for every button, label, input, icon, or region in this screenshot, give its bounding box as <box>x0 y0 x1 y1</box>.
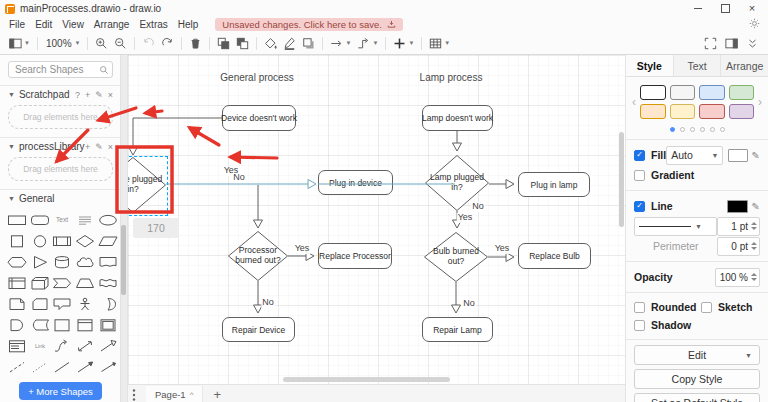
swatch-next-icon[interactable]: › <box>756 95 764 109</box>
shape-cylinder[interactable] <box>51 252 74 271</box>
tab-style[interactable]: Style <box>626 55 674 76</box>
shapes-panel-scrollbar[interactable] <box>120 55 127 402</box>
node-repair-device[interactable]: Repair Device <box>222 317 295 342</box>
shape-list[interactable] <box>6 337 29 356</box>
diagram-edges[interactable] <box>128 55 625 384</box>
shape-cube[interactable] <box>29 273 52 292</box>
connection-button[interactable]: ▼ <box>327 35 354 52</box>
minimize-button[interactable] <box>692 3 704 14</box>
menu-extras[interactable]: Extras <box>134 19 172 30</box>
process-library-close-icon[interactable]: × <box>108 142 113 152</box>
style-swatch-5[interactable] <box>670 104 696 119</box>
opacity-stepper[interactable]: 100 % <box>715 268 760 287</box>
menu-arrange[interactable]: Arrange <box>89 19 135 30</box>
redo-button[interactable] <box>158 35 177 52</box>
node-device-plugged-in[interactable]: Device plugged in? <box>128 157 166 213</box>
shape-callout[interactable] <box>51 295 74 314</box>
node-lamp-doesnt-work[interactable]: Lamp doesn't work <box>422 105 493 131</box>
fill-color-swatch[interactable] <box>728 149 747 162</box>
shape-diamond[interactable] <box>74 231 97 250</box>
line-color-button[interactable] <box>280 35 299 52</box>
shape-dotted-line[interactable] <box>29 358 52 377</box>
add-page-button[interactable]: + <box>213 389 221 401</box>
node-replace-bulb[interactable]: Replace Bulb <box>518 243 591 269</box>
undo-button[interactable] <box>139 35 158 52</box>
shape-dashed-line[interactable] <box>6 358 29 377</box>
style-swatch-7[interactable] <box>729 104 755 119</box>
fill-edit-icon[interactable]: ✎ <box>752 150 760 161</box>
menu-view[interactable]: View <box>57 19 89 30</box>
node-plug-in-lamp[interactable]: Plug in lamp <box>518 172 590 197</box>
node-processor-burned-out[interactable]: Processor burned out? <box>228 231 288 281</box>
style-swatch-6[interactable] <box>699 104 725 119</box>
copy-style-button[interactable]: Copy Style <box>634 369 760 389</box>
swatch-page-dot-5[interactable] <box>720 127 725 132</box>
shape-textbox[interactable] <box>74 210 97 229</box>
shape-cloud[interactable] <box>74 252 97 271</box>
swatch-page-dot-1[interactable] <box>680 127 685 132</box>
view-panel-button[interactable]: ▼ <box>6 35 33 52</box>
scratchpad-add-icon[interactable]: + <box>85 90 90 100</box>
shape-hexagon[interactable] <box>6 252 29 271</box>
gradient-checkbox[interactable] <box>634 170 645 181</box>
shape-bidirectional-arrow[interactable] <box>74 337 97 356</box>
shape-tape[interactable] <box>96 273 119 292</box>
shape-circle[interactable] <box>29 231 52 250</box>
swatch-page-dot-3[interactable] <box>700 127 705 132</box>
shadow-checkbox[interactable] <box>634 320 645 331</box>
fill-mode-select[interactable]: Auto ▼ <box>666 146 723 165</box>
line-color-swatch[interactable] <box>727 200 748 213</box>
shape-double-rectangle[interactable] <box>96 316 119 335</box>
process-library-drop-area[interactable]: Drag elements here <box>8 157 113 181</box>
tab-arrange[interactable]: Arrange <box>721 55 768 76</box>
shadow-button[interactable] <box>299 35 318 52</box>
rounded-checkbox[interactable] <box>634 302 645 313</box>
close-button[interactable]: × <box>746 3 758 14</box>
shape-actor[interactable] <box>74 295 97 314</box>
tab-text[interactable]: Text <box>674 55 722 76</box>
set-default-style-button[interactable]: Set as Default Style <box>634 393 760 402</box>
unsaved-banner[interactable]: Unsaved changes. Click here to save. <box>215 18 402 31</box>
menu-file[interactable]: File <box>4 19 30 30</box>
style-swatch-1[interactable] <box>670 85 696 100</box>
node-device-doesnt-work[interactable]: Device doesn't work <box>222 105 296 131</box>
shape-arrow[interactable] <box>96 337 119 356</box>
sketch-checkbox[interactable] <box>701 302 712 313</box>
fill-checkbox[interactable] <box>634 150 645 161</box>
waypoints-button[interactable]: ▼ <box>354 35 381 52</box>
scratchpad-drop-area[interactable]: Drag elements here <box>8 105 113 129</box>
collapse-toolbar-button[interactable] <box>743 35 762 52</box>
shape-link[interactable]: Link <box>29 337 52 356</box>
shape-internal-storage[interactable] <box>6 273 29 292</box>
process-library-section-header[interactable]: ▼ processLibrary + ✎ × <box>0 138 121 155</box>
process-library-add-icon[interactable]: + <box>85 142 90 152</box>
shape-triangle[interactable] <box>29 252 52 271</box>
shape-vertical-container[interactable] <box>74 316 97 335</box>
shape-note[interactable] <box>6 295 29 314</box>
shape-parallelogram[interactable] <box>96 231 119 250</box>
style-swatch-3[interactable] <box>729 85 755 100</box>
line-width-stepper[interactable]: 1 pt <box>717 217 760 236</box>
swatch-prev-icon[interactable]: ‹ <box>630 95 638 109</box>
process-library-edit-icon[interactable]: ✎ <box>95 142 103 152</box>
style-swatch-4[interactable] <box>640 104 666 119</box>
to-front-button[interactable] <box>214 35 233 52</box>
page-tab[interactable]: Page-1 ^ <box>146 386 203 402</box>
node-lane-title-general[interactable]: General process <box>207 70 307 84</box>
shape-square[interactable] <box>6 231 29 250</box>
node-bulb-burned-out[interactable]: Bulb burned out? <box>424 232 488 282</box>
line-style-select[interactable]: ▼ <box>634 217 717 236</box>
perimeter-stepper[interactable]: 0 pt <box>717 237 760 256</box>
toggle-format-panel-button[interactable] <box>722 35 741 52</box>
shape-trapezoid[interactable] <box>74 273 97 292</box>
shape-text[interactable]: Text <box>51 210 74 229</box>
shape-ellipse[interactable] <box>96 210 119 229</box>
shape-document[interactable] <box>96 252 119 271</box>
scratchpad-help-icon[interactable]: ? <box>75 90 80 100</box>
search-shapes-input[interactable] <box>8 61 113 78</box>
shape-or[interactable] <box>96 295 119 314</box>
canvas-horizontal-scrollbar[interactable] <box>283 377 450 382</box>
insert-button[interactable]: ▼ <box>390 35 417 52</box>
edit-style-button[interactable]: Edit ▼ <box>634 345 760 365</box>
scratchpad-close-icon[interactable]: × <box>108 90 113 100</box>
